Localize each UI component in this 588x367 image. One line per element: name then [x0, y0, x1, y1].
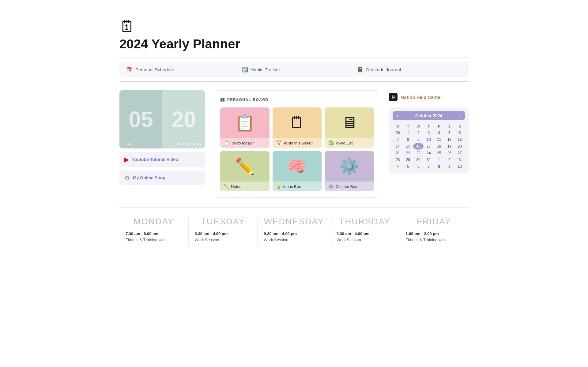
calendar-day[interactable]: 5: [403, 163, 413, 170]
calendar-day[interactable]: 1: [434, 156, 444, 163]
day-column: TUESDAY9.30 am - 4.00 pmWork Session: [189, 217, 258, 246]
board-card-ideas[interactable]: 🧠 💡 Ideas Box: [273, 151, 322, 191]
calendar-day[interactable]: 7: [393, 136, 403, 143]
todo-today-text: To-do today?: [231, 141, 254, 145]
todo-list-image: 🖥: [325, 107, 374, 138]
calendar-day[interactable]: 4: [434, 129, 444, 136]
tab-gratitude-journal[interactable]: 📓 Gratitude Journal: [352, 64, 467, 76]
calendar-day[interactable]: 3: [424, 129, 434, 136]
todo-today-label: 📋 To-do today?: [220, 138, 270, 148]
notes-label: ✏️ Notes: [220, 182, 270, 191]
calendar-day[interactable]: 9: [444, 163, 455, 170]
calendar-day[interactable]: 8: [434, 163, 444, 170]
notion-link-text: Notion Help Center: [401, 95, 442, 100]
calendar-day[interactable]: 24: [424, 150, 434, 156]
clock-hour: 05: [129, 108, 153, 130]
notion-icon: N: [389, 93, 398, 101]
notion-help-link[interactable]: N Notion Help Center: [389, 90, 469, 104]
time-range: 9.30 am - 4.00 pm: [337, 231, 393, 236]
left-column: 05 20 PM WEDNESDAY ▶ Youtube Tutorial Vi…: [119, 90, 205, 198]
calendar-day[interactable]: 10: [454, 163, 465, 170]
calendar-day[interactable]: 16: [413, 143, 424, 150]
board-title: PERSONAL BOARD: [227, 98, 269, 102]
calendar-widget: ‹ October 2024 › MTWTFSS 301234567891011…: [389, 107, 469, 174]
calendar-day[interactable]: 13: [454, 136, 465, 143]
tab-personal-schedule[interactable]: 📅 Personal Schedule: [121, 64, 236, 76]
calendar-day[interactable]: 30: [413, 156, 424, 163]
calendar-day[interactable]: 1: [403, 129, 413, 136]
youtube-link[interactable]: ▶ Youtube Tutorial Video: [119, 152, 205, 167]
ideas-icon: 💡: [276, 184, 281, 189]
todo-list-text: To-do List: [335, 141, 352, 145]
ideas-text: Ideas Box: [283, 184, 301, 189]
time-description: Work Session: [264, 237, 324, 243]
personal-board: ▦ PERSONAL BOARD 📋 📋 To-do today? 🗒 📅: [214, 90, 380, 198]
todo-week-text: To-do this week?: [283, 141, 313, 145]
time-description: Work Session: [195, 237, 251, 243]
shop-link[interactable]: ⚙ My Online Shop: [119, 170, 205, 185]
tab-checklist-icon: ☑️: [242, 67, 248, 73]
calendar-day[interactable]: 8: [403, 136, 413, 143]
calendar-day[interactable]: 28: [393, 156, 403, 163]
todo-today-icon: 📋: [224, 140, 229, 145]
calendar-day[interactable]: 14: [393, 143, 403, 150]
calendar-day[interactable]: 17: [424, 143, 434, 150]
calendar-day[interactable]: 10: [424, 136, 434, 143]
time-slot: 9.30 am - 4.00 pmWork Session: [264, 231, 324, 243]
clock-minute: 20: [172, 108, 196, 130]
calendar-day[interactable]: 19: [444, 143, 455, 150]
calendar-day[interactable]: 9: [413, 136, 424, 143]
custom-label: ⚙️ Custom Box: [325, 182, 374, 191]
calendar-day[interactable]: 4: [393, 163, 403, 170]
days-grid: MONDAY7.30 am - 8.00 amFitness & Trainin…: [119, 217, 469, 246]
calendar-day[interactable]: 21: [393, 150, 403, 156]
tab-journal-icon: 📓: [357, 67, 363, 73]
day-column: MONDAY7.30 am - 8.00 amFitness & Trainin…: [119, 217, 189, 246]
calendar-day[interactable]: 15: [403, 143, 413, 150]
main-content: 05 20 PM WEDNESDAY ▶ Youtube Tutorial Vi…: [119, 90, 469, 198]
clock-period: PM: [126, 143, 131, 146]
calendar-day[interactable]: 20: [454, 143, 465, 150]
tab-habits-tracker[interactable]: ☑️ Habits Tracker: [236, 64, 352, 76]
calendar-prev-button[interactable]: ‹: [396, 113, 400, 118]
tab-gratitude-journal-label: Gratitude Journal: [366, 67, 401, 72]
day-header: MONDAY: [126, 217, 182, 227]
board-card-custom[interactable]: ⚙️ ⚙️ Custom Box: [325, 151, 374, 191]
calendar-day[interactable]: 3: [454, 156, 465, 163]
board-card-todo-today[interactable]: 📋 📋 To-do today?: [220, 107, 270, 148]
board-card-notes[interactable]: ✏️ ✏️ Notes: [220, 151, 270, 191]
time-slot: 9.30 am - 4.00 pmWork Session: [337, 231, 393, 243]
time-description: Fitness & Training with: [405, 237, 462, 243]
calendar-day[interactable]: 30: [393, 129, 403, 136]
tab-personal-schedule-label: Personal Schedule: [135, 67, 174, 72]
calendar-day[interactable]: 12: [444, 136, 455, 143]
calendar-day[interactable]: 5: [444, 129, 455, 136]
board-card-todo-week[interactable]: 🗒 📅 To-do this week?: [273, 107, 322, 148]
calendar-day[interactable]: 6: [413, 163, 424, 170]
calendar-day[interactable]: 26: [444, 150, 455, 156]
day-header: FRIDAY: [405, 217, 462, 227]
calendar-day[interactable]: 31: [424, 156, 434, 163]
calendar-day[interactable]: 22: [403, 150, 413, 156]
notes-image: ✏️: [220, 151, 270, 182]
calendar-day[interactable]: 6: [454, 129, 465, 136]
board-card-todo-list[interactable]: 🖥 ✅ To-do List: [325, 107, 374, 148]
calendar-day[interactable]: 2: [413, 129, 424, 136]
time-range: 9.30 am - 4.00 pm: [195, 231, 251, 236]
calendar-day[interactable]: 2: [444, 156, 455, 163]
tabs-divider: [119, 81, 469, 82]
tab-calendar-icon: 📅: [127, 67, 133, 73]
board-header: ▦ PERSONAL BOARD: [220, 97, 374, 103]
calendar-day[interactable]: 18: [434, 143, 444, 150]
calendar-day[interactable]: 27: [454, 150, 465, 156]
calendar-day[interactable]: 23: [413, 150, 424, 156]
time-range: 1.00 pm - 2.00 pm: [405, 231, 462, 236]
calendar-day[interactable]: 7: [424, 163, 434, 170]
calendar-day[interactable]: 29: [403, 156, 413, 163]
todo-list-icon: ✅: [328, 140, 334, 145]
time-slot: 1.00 pm - 2.00 pmFitness & Training with: [405, 231, 462, 243]
calendar-day[interactable]: 25: [434, 150, 444, 156]
calendar-next-button[interactable]: ›: [458, 113, 462, 118]
calendar-day[interactable]: 11: [434, 136, 444, 143]
day-column: FRIDAY1.00 pm - 2.00 pmFitness & Trainin…: [399, 217, 469, 246]
